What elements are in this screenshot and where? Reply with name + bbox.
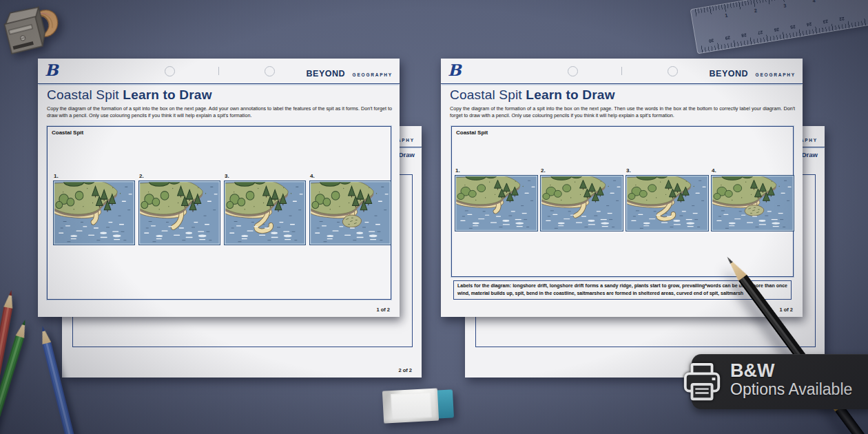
spit-stage-2-illustration — [540, 175, 623, 231]
badge-text: B&W Options Available — [730, 360, 852, 399]
spit-stage-panel: 2. — [540, 175, 623, 231]
diagram-panels: 1. 2. 3. 4. — [455, 175, 794, 231]
spit-stage-3-illustration — [626, 175, 709, 231]
instructions: Copy the diagram of the formation of a s… — [47, 105, 392, 120]
eraser-face — [391, 392, 432, 420]
spit-stage-4-illustration — [711, 175, 794, 231]
spit-stage-2-illustration — [138, 180, 220, 245]
diagram-box-label: Coastal Spit — [52, 130, 83, 136]
punch-hole-mark-icon — [568, 66, 578, 76]
brand-name: BEYOND — [307, 69, 345, 79]
panel-number: 4. — [712, 167, 716, 174]
printer-icon — [681, 360, 723, 403]
diagram-box: Coastal Spit 1. 2. 3. 4. — [451, 126, 794, 277]
page-number: 1 of 2 — [779, 307, 793, 313]
spit-stage-panel: 1. — [53, 180, 135, 245]
page-title-bold: Learn to Draw — [526, 87, 614, 102]
instructions: Copy the diagram of the formation of a s… — [450, 105, 795, 120]
pencil-tip — [38, 324, 51, 344]
spit-stage-panel: 2. — [138, 180, 220, 245]
page-title-bold: Learn to Draw — [123, 87, 211, 102]
spit-stage-panel: 3. — [224, 180, 306, 245]
punch-hole-mark-icon — [265, 66, 275, 76]
ruler-number: 4 — [799, 0, 829, 6]
spit-stage-panel: 1. — [455, 175, 538, 231]
page-title: Coastal Spit Learn to Draw — [450, 87, 615, 103]
brand-subject: GEOGRAPHY — [353, 72, 393, 77]
ruler: 1 2 3 4 30 29 28 27 26 25 24 23 22 — [690, 0, 868, 54]
worksheet-left-page1: B BEYOND GEOGRAPHY Coastal Spit Learn to… — [38, 59, 400, 317]
divider-mark — [218, 67, 219, 75]
brand-name: BEYOND — [710, 69, 748, 79]
brand: BEYOND GEOGRAPHY — [307, 67, 393, 79]
diagram-panels: 1. 2. 3. 4. — [53, 180, 391, 245]
spit-stage-1-illustration — [53, 180, 135, 245]
eraser — [382, 387, 454, 424]
panel-number: 2. — [541, 167, 546, 174]
spit-stage-panel: 4. — [309, 180, 391, 245]
spit-stage-panel: 4. — [711, 175, 794, 231]
punch-hole-mark-icon — [165, 66, 175, 76]
sheet-header: B BEYOND GEOGRAPHY — [38, 59, 400, 84]
spit-stage-panel: 3. — [626, 175, 709, 231]
pencil-end-cap — [835, 405, 868, 434]
panel-number: 2. — [139, 173, 144, 179]
brand: BEYOND GEOGRAPHY — [710, 67, 796, 79]
beyond-logo-icon: B — [45, 61, 58, 79]
page-title-regular: Coastal Spit — [47, 87, 119, 102]
badge-subtitle: Options Available — [730, 381, 852, 399]
pencil-tip — [3, 289, 16, 309]
spit-stage-1-illustration — [455, 175, 538, 231]
punch-hole-mark-icon — [668, 66, 678, 76]
diagram-box-label: Coastal Spit — [456, 130, 488, 136]
word-bank-lead: Labels for the diagram: — [457, 283, 511, 288]
brand-subject: GEOGRAPHY — [756, 72, 796, 77]
panel-number: 4. — [310, 173, 315, 179]
divider-mark — [621, 67, 622, 75]
bw-options-badge: B&W Options Available — [692, 354, 868, 409]
badge-title: B&W — [730, 360, 852, 381]
sheet-header: B BEYOND GEOGRAPHY — [441, 59, 803, 84]
beyond-logo-icon: B — [448, 61, 461, 79]
page-number: 2 of 2 — [398, 367, 412, 373]
panel-number: 1. — [54, 173, 59, 179]
spit-stage-3-illustration — [224, 180, 306, 245]
panel-number: 3. — [626, 167, 631, 174]
spit-stage-4-illustration — [309, 180, 391, 245]
page-number: 1 of 2 — [376, 307, 390, 313]
diagram-box: Coastal Spit 1. 2. 3. 4. — [47, 126, 391, 300]
pencil-tip — [16, 318, 30, 338]
page-title-regular: Coastal Spit — [450, 87, 522, 102]
page-title: Coastal Spit Learn to Draw — [47, 87, 212, 103]
panel-number: 1. — [455, 167, 460, 174]
panel-number: 3. — [225, 173, 229, 179]
